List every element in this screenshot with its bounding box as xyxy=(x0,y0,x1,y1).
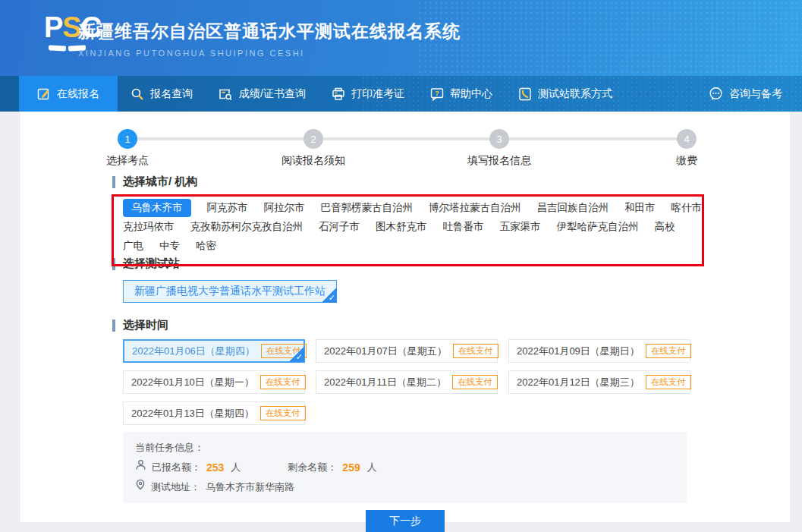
online-pay-badge: 在线支付 xyxy=(453,344,498,359)
selected-check-icon: ✓ xyxy=(289,347,304,362)
city-item[interactable]: 克拉玛依市 xyxy=(123,220,175,234)
date-option[interactable]: 2022年01月11日（星期二） 在线支付 xyxy=(316,370,498,394)
section-title: 选择测试站 xyxy=(123,257,180,271)
date-text: 2022年01月12日（星期三） xyxy=(517,376,640,389)
step-circle-3: 3 xyxy=(489,129,509,149)
enrolled-unit: 人 xyxy=(231,460,241,475)
date-option[interactable]: 2022年01月13日（星期四） 在线支付 xyxy=(123,401,305,425)
task-info-title-text: 当前任务信息： xyxy=(135,440,204,455)
task-info-address-line: 测试地址： 乌鲁木齐市新华南路 xyxy=(135,479,675,495)
page-title: 新疆维吾尔自治区普通话水平测试在线报名系统 xyxy=(78,20,461,43)
step-connector-line xyxy=(127,137,687,140)
city-item[interactable]: 高校 xyxy=(655,220,675,234)
section-heading-station: 选择测试站 xyxy=(112,257,790,271)
location-pin-icon xyxy=(135,479,146,495)
section-title: 选择城市/ 机构 xyxy=(123,175,197,189)
city-item[interactable]: 阿克苏市 xyxy=(207,201,248,215)
city-item-selected[interactable]: 乌鲁木齐市 xyxy=(123,199,191,217)
city-row-1: 乌鲁木齐市 阿克苏市 阿拉尔市 巴音郭楞蒙古自治州 博尔塔拉蒙古自治州 昌吉回族… xyxy=(123,198,722,217)
date-text: 2022年01月09日（星期日） xyxy=(517,345,640,358)
nav-item-score-certificate-query[interactable]: 成绩/证书查询 xyxy=(206,76,319,112)
nav-label: 帮助中心 xyxy=(450,87,492,101)
content-card: 1 2 3 4 选择考点 阅读报名须知 填写报名信息 缴费 选择城市/ 机构 乌… xyxy=(20,112,790,522)
section-heading-time: 选择时间 xyxy=(112,318,790,332)
step-indicator: 1 2 3 4 选择考点 阅读报名须知 填写报名信息 缴费 xyxy=(20,112,790,167)
page-subtitle: XINJIANG PUTONGHUA SHUIPING CESHI xyxy=(78,49,461,58)
logo-letter-p: P xyxy=(44,11,62,43)
section-marker xyxy=(112,258,115,270)
date-option[interactable]: 2022年01月07日（星期五） 在线支付 xyxy=(316,339,498,363)
online-pay-badge: 在线支付 xyxy=(452,375,498,390)
svg-text:?: ? xyxy=(435,89,439,97)
nav-label: 在线报名 xyxy=(57,87,99,101)
date-text: 2022年01月11日（星期二） xyxy=(324,376,446,389)
city-item[interactable]: 吐鲁番市 xyxy=(443,220,484,234)
nav-item-online-registration[interactable]: 在线报名 xyxy=(19,76,118,112)
search-icon xyxy=(131,87,144,101)
address-label: 测试地址： xyxy=(151,480,200,495)
nav-item-consult-prepare[interactable]: 咨询与备考 xyxy=(696,76,802,112)
date-text: 2022年01月07日（星期五） xyxy=(324,345,447,358)
city-item[interactable]: 巴音郭楞蒙古自治州 xyxy=(321,201,414,215)
page: PSC 新疆维吾尔自治区普通话水平测试在线报名系统 XINJIANG PUTON… xyxy=(0,0,802,532)
task-info-box: 当前任务信息： 已报名额： 253 人 剩余名额： 259 人 测试地址： 乌鲁… xyxy=(123,432,687,503)
city-item[interactable]: 哈密 xyxy=(196,239,216,253)
step-label-select-site: 选择考点 xyxy=(106,154,149,168)
city-item[interactable]: 石河子市 xyxy=(319,220,360,234)
city-item[interactable]: 和田市 xyxy=(624,201,656,215)
date-option-selected[interactable]: 2022年01月06日（星期四） 在线支付 ✓ xyxy=(123,339,305,363)
help-icon: ? xyxy=(430,87,444,101)
online-pay-badge: 在线支付 xyxy=(260,375,306,390)
city-item[interactable]: 广电 xyxy=(123,239,143,253)
date-option[interactable]: 2022年01月10日（星期一） 在线支付 xyxy=(123,370,305,394)
city-item[interactable]: 喀什市 xyxy=(671,201,703,215)
city-row-3: 广电 中专 哈密 xyxy=(123,236,722,255)
date-text: 2022年01月13日（星期四） xyxy=(131,407,254,420)
nav-item-test-station-contact[interactable]: 测试站联系方式 xyxy=(505,76,625,112)
phone-icon xyxy=(518,87,532,101)
test-station-option[interactable]: 新疆广播电视大学普通话水平测试工作站 ✓ xyxy=(123,280,337,303)
nav-item-print-admission-ticket[interactable]: 打印准考证 xyxy=(319,76,417,112)
next-step-button[interactable]: 下一步 xyxy=(366,510,445,532)
date-option[interactable]: 2022年01月12日（星期三） 在线支付 xyxy=(508,370,690,394)
city-item[interactable]: 图木舒克市 xyxy=(376,220,427,234)
city-item[interactable]: 克孜勒苏柯尔克孜自治州 xyxy=(190,220,304,234)
app-header: PSC 新疆维吾尔自治区普通话水平测试在线报名系统 XINJIANG PUTON… xyxy=(0,0,802,76)
section-heading-city: 选择城市/ 机构 xyxy=(112,175,790,189)
city-item[interactable]: 博尔塔拉蒙古自治州 xyxy=(429,201,521,215)
certificate-search-icon xyxy=(219,87,233,101)
address-value: 乌鲁木齐市新华南路 xyxy=(206,480,294,495)
city-item[interactable]: 伊犁哈萨克自治州 xyxy=(557,220,639,234)
remaining-value: 259 xyxy=(342,460,360,475)
online-pay-badge: 在线支付 xyxy=(646,375,691,390)
step-label-fill-info: 填写报名信息 xyxy=(467,154,531,168)
nav-label: 报名查询 xyxy=(150,87,193,101)
nav-item-help-center[interactable]: ? 帮助中心 xyxy=(417,76,505,112)
date-option[interactable]: 2022年01月09日（星期日） 在线支付 xyxy=(508,339,690,363)
task-info-title: 当前任务信息： xyxy=(135,440,675,455)
step-label-pay: 缴费 xyxy=(676,154,697,168)
city-item[interactable]: 阿拉尔市 xyxy=(264,201,305,215)
section-marker xyxy=(112,176,115,188)
step-circle-2: 2 xyxy=(304,129,323,149)
city-item[interactable]: 五家渠市 xyxy=(500,220,541,234)
chat-icon xyxy=(709,87,723,101)
nav-item-registration-query[interactable]: 报名查询 xyxy=(118,76,206,112)
person-icon xyxy=(135,459,146,475)
enrolled-value: 253 xyxy=(206,460,224,475)
date-grid: 2022年01月06日（星期四） 在线支付 ✓ 2022年01月07日（星期五）… xyxy=(123,339,790,425)
date-text: 2022年01月10日（星期一） xyxy=(131,376,254,389)
city-list: 乌鲁木齐市 阿克苏市 阿拉尔市 巴音郭楞蒙古自治州 博尔塔拉蒙古自治州 昌吉回族… xyxy=(123,198,722,255)
selected-check-icon: ✓ xyxy=(322,288,337,303)
online-pay-badge: 在线支付 xyxy=(260,406,306,421)
nav-label: 测试站联系方式 xyxy=(538,87,612,101)
nav-label: 成绩/证书查询 xyxy=(239,87,306,101)
step-label-read-notice: 阅读报名须知 xyxy=(281,154,345,168)
section-title: 选择时间 xyxy=(123,318,168,332)
city-item[interactable]: 昌吉回族自治州 xyxy=(537,201,609,215)
city-item[interactable]: 中专 xyxy=(159,239,180,253)
date-text: 2022年01月06日（星期四） xyxy=(132,345,255,358)
edit-icon xyxy=(37,87,51,101)
main-navbar: 在线报名 报名查询 成绩/证书查询 打印准考证 ? 帮助中心 测试站联系方式 咨… xyxy=(0,76,802,112)
test-station-name: 新疆广播电视大学普通话水平测试工作站 xyxy=(134,285,326,298)
